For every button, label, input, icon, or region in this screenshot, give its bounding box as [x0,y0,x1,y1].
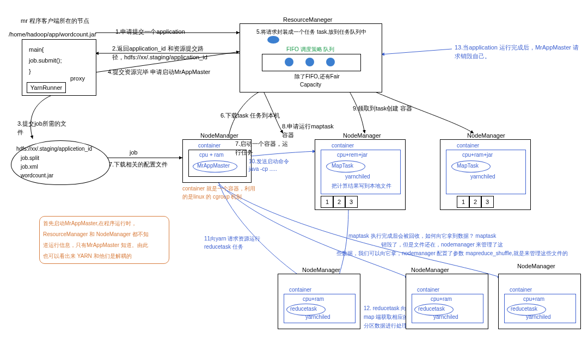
nm3-container: container [457,143,479,149]
code-proxy: proxy [70,75,85,82]
step5-label: 5.将请求封装成一个任务 task.放到任务队列中 [256,28,366,36]
nm2-maptask: MapTask [332,163,353,169]
step12a-label: 12. reducetask 向 [364,305,406,312]
nm4-box: container cpu+ram reducetask yarnchiled [278,274,360,329]
step7b-label: 行任务 [235,149,253,157]
mapnote-r2: 销毁了，但是文件还在，nodemanager 来管理了这 [381,241,504,249]
orange-l1: 首先启动MrAppMaster,在程序运行时， [43,220,166,227]
nm2-c3: 3 [345,196,358,208]
nm2-container: container [332,143,354,149]
step3b-label: 件 [17,128,23,137]
nm6-container: container [510,287,532,293]
nm2-c2: 2 [333,196,346,208]
nm2-c1: 1 [321,196,334,208]
q-dot1-icon [285,58,293,66]
nm4-reduce: reducetask [290,306,317,312]
nm4-title: NodeManager [302,267,340,273]
nm5-container: container [417,287,439,293]
nm6-title: NodeManager [517,263,555,269]
client-box: main{ job.submit(); } proxy YarnRunner [22,39,96,96]
nm3-title: NodeManager [467,132,505,139]
nm3-cpu: cpu+ram+jar [462,152,493,158]
nm2-yarnchild: yarnchiled [345,174,370,180]
rm-box: 5.将请求封装成一个任务 task.放到任务队列中 FIFO 调度策略 队列 除… [240,23,382,92]
nm5-title: NodeManager [411,267,449,273]
step8a-label: 8.申请运行maptask [282,122,334,131]
mapnote-r3: 些数据，我们可以向它拿，nodemanager 配置了参数 mapreduce_… [336,250,568,257]
nm1-cpu: cpu + ram [199,152,224,158]
client-path: /home/hadoop/app/wordcount.jar [9,31,96,38]
step2b-label: 径，hdfs://xx/.staging/application_id [112,53,207,61]
nm5-yarnchild: yarnchiled [433,314,458,320]
code-brace: } [29,68,31,75]
linux-note1: container 就是一个容器，利用 [182,185,255,193]
nm5-reduce: reducetask [418,306,445,312]
orange-l4: 也可以看出来 YARN 和他们是解耦的 [43,252,166,260]
linux-note2: 的是linux 的 cgroup 机制 [182,193,242,201]
step7dl-label: 7.下载相关的配置文件 [109,161,168,169]
code-main: main{ [29,46,44,53]
nm3-maptask: MapTask [457,163,479,169]
nm1-container: container [198,143,220,149]
step9-label: 9.领取到task创建 容器 [353,104,412,113]
step12c-label: 分区数据进行处理 [364,322,407,330]
step12b-label: map 端获取相应的 [364,313,408,321]
nm6-box: container cpu+ram reducetask yarnchiled [498,274,581,329]
nm3-yarnchild: yarnchiled [470,174,495,180]
nm2-box: container cpu+rem+jar MapTask yarnchiled… [315,139,406,210]
nm3-c2: 2 [469,196,482,208]
cloud-l2: job.split [21,155,39,161]
step8b-label: 容器 [282,131,294,139]
nm2-note: 把计算结果写到本地文件 [332,182,391,190]
mrapp-label: MrAppMaster [197,163,230,169]
cloud-l4: wordcount.jar [21,172,53,178]
nm1-title: NodeManager [200,132,238,139]
nm2-cpu: cpu+rem+jar [337,152,367,158]
step7a-label: 7.启动一个容器，运 [235,140,288,148]
q-dot2-icon [305,58,314,66]
step10b-label: java -cp ..... [249,166,277,172]
step3a-label: 3.提交job所需的文 [17,120,66,128]
q-dot3-icon [326,58,335,66]
orange-l3: 道运行信息，只有MrAppMaster 知道。由此 [43,242,166,249]
step6-label: 6.下载task 任务到本机 [220,112,280,120]
step11b-label: reducetask 任务 [204,243,243,251]
step2a-label: 2.返回application_id 和资源提交路 [112,45,204,53]
nm5-cpu: cpu+ram [431,296,452,302]
step13b-label: 求销毁自己。 [455,52,491,60]
client-title: mr 程序客户端所在的节点 [21,17,89,25]
cloud-l1: hdfs://xx/.staging/applicetion_id [16,146,92,152]
nm4-container: container [289,287,311,293]
yarnrunner-box: YarnRunner [27,82,66,93]
nm2-title: NodeManager [343,132,381,139]
code-submit: job.submit(); [29,57,62,64]
step1-label: 1.申请提交一个application [115,28,185,36]
orange-l2: ResourceManager 和 NodeManager 都不知 [43,231,166,238]
nm6-cpu: cpu+ram [523,296,544,302]
nm3-c3: 3 [481,196,494,208]
orange-note-box: 首先启动MrAppMaster,在程序运行时， ResourceManager … [39,216,169,264]
nm3-c1: 1 [457,196,470,208]
fifo-label: FIFO 调度策略 队列 [286,46,334,53]
nm4-cpu: cpu+ram [303,296,324,302]
rm-title: ResourceManeger [283,16,333,23]
job-label: job [130,149,138,156]
step4-label: 4.提交资源完毕 申请启动MrAppMaster [108,68,210,76]
step13a-label: 13.当application 运行完成后，MrAppMaster 请 [455,44,579,52]
nm3-box: container cpu+ram+jar MapTask yarnchiled… [440,139,531,210]
rm-cap-label: Capacity [300,82,321,88]
task-dot-icon [267,36,279,44]
step10a-label: 10.发送启动命令 [249,158,289,165]
rm-sub-label: 除了FIFO,还有Fair [295,73,340,81]
nm6-yarnchild: yarnchiled [526,314,551,320]
nm5-box: container cpu+ram reducetask yarnchiled [406,274,488,329]
cloud-l3: job.xml [21,164,38,170]
mapnote-r1: maptask 执行完成后会被回收，如何向它拿到数据？ maptask [348,232,496,240]
step11a-label: 11向yarn 请求资源运行 [204,235,260,243]
nm4-yarnchild: yarnchiled [305,314,330,320]
nm6-reduce: reducetask [511,306,537,312]
